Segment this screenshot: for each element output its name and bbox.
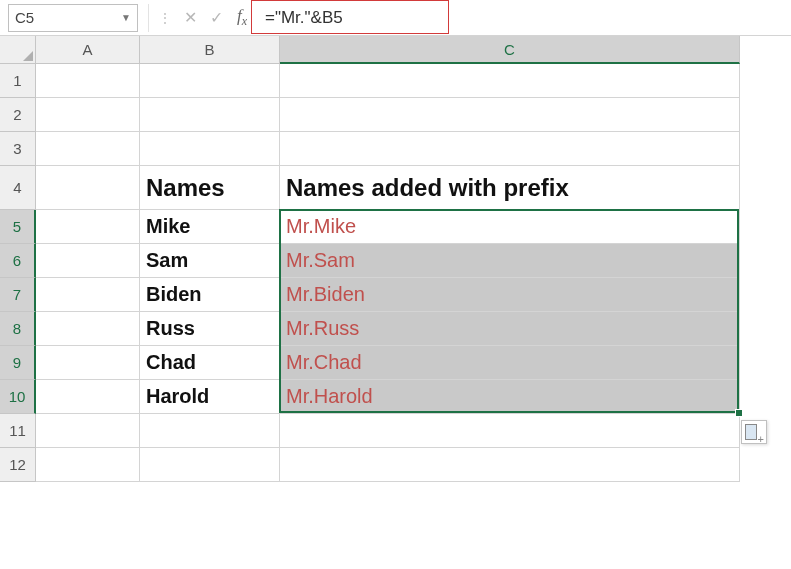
cell-B1[interactable] — [140, 64, 280, 98]
cell-A12[interactable] — [36, 448, 140, 482]
row-header-2[interactable]: 2 — [0, 98, 36, 132]
formula-input[interactable]: ="Mr."&B5 — [255, 4, 791, 32]
select-all-corner[interactable] — [0, 36, 36, 64]
cell-C2[interactable] — [280, 98, 740, 132]
cell-B2[interactable] — [140, 98, 280, 132]
cell-A4[interactable] — [36, 166, 140, 210]
close-icon: ✕ — [184, 8, 197, 27]
chevron-down-icon: ▼ — [121, 12, 131, 23]
spreadsheet-grid: ABC 1234NamesNames added with prefix5Mik… — [0, 36, 791, 482]
row-header-9[interactable]: 9 — [0, 346, 36, 380]
row-header-1[interactable]: 1 — [0, 64, 36, 98]
prefix-cell-9[interactable]: Mr.Chad — [280, 346, 740, 380]
cell-A9[interactable] — [36, 346, 140, 380]
cell-B11[interactable] — [140, 414, 280, 448]
cell-A2[interactable] — [36, 98, 140, 132]
row-header-5[interactable]: 5 — [0, 210, 36, 244]
cell-C1[interactable] — [280, 64, 740, 98]
cancel-button[interactable]: ✕ — [177, 5, 203, 31]
column-header-B[interactable]: B — [140, 36, 280, 64]
check-icon: ✓ — [210, 8, 223, 27]
name-box[interactable]: C5 ▼ — [8, 4, 138, 32]
prefix-cell-8[interactable]: Mr.Russ — [280, 312, 740, 346]
row-header-8[interactable]: 8 — [0, 312, 36, 346]
name-box-value: C5 — [15, 9, 34, 26]
column-header-C[interactable]: C — [280, 36, 740, 64]
column-header-A[interactable]: A — [36, 36, 140, 64]
name-cell-5[interactable]: Mike — [140, 210, 280, 244]
row-header-12[interactable]: 12 — [0, 448, 36, 482]
cell-B3[interactable] — [140, 132, 280, 166]
cell-A1[interactable] — [36, 64, 140, 98]
prefix-cell-7[interactable]: Mr.Biden — [280, 278, 740, 312]
cell-C11[interactable] — [280, 414, 740, 448]
row-header-6[interactable]: 6 — [0, 244, 36, 278]
prefix-cell-6[interactable]: Mr.Sam — [280, 244, 740, 278]
row-header-4[interactable]: 4 — [0, 166, 36, 210]
column-headers: ABC — [36, 36, 740, 64]
name-cell-8[interactable]: Russ — [140, 312, 280, 346]
fx-icon: fx — [237, 6, 247, 29]
fill-handle[interactable] — [735, 409, 743, 417]
cell-C12[interactable] — [280, 448, 740, 482]
row-header-3[interactable]: 3 — [0, 132, 36, 166]
separator — [148, 4, 149, 32]
row-header-11[interactable]: 11 — [0, 414, 36, 448]
row-header-7[interactable]: 7 — [0, 278, 36, 312]
formula-bar: C5 ▼ ⋮ ✕ ✓ fx ="Mr."&B5 — [0, 0, 791, 36]
dots-icon: ⋮ — [159, 11, 171, 25]
name-cell-9[interactable]: Chad — [140, 346, 280, 380]
cell-A5[interactable] — [36, 210, 140, 244]
formula-text: ="Mr."&B5 — [265, 8, 343, 28]
cell-A8[interactable] — [36, 312, 140, 346]
name-cell-6[interactable]: Sam — [140, 244, 280, 278]
row-header-10[interactable]: 10 — [0, 380, 36, 414]
prefix-cell-5[interactable]: Mr.Mike — [280, 210, 740, 244]
cell-A11[interactable] — [36, 414, 140, 448]
paste-options-button[interactable] — [741, 420, 767, 444]
cell-A10[interactable] — [36, 380, 140, 414]
cell-A6[interactable] — [36, 244, 140, 278]
cell-A3[interactable] — [36, 132, 140, 166]
header-prefixed[interactable]: Names added with prefix — [280, 166, 740, 210]
name-cell-7[interactable]: Biden — [140, 278, 280, 312]
cell-A7[interactable] — [36, 278, 140, 312]
header-names[interactable]: Names — [140, 166, 280, 210]
cell-B12[interactable] — [140, 448, 280, 482]
cell-C3[interactable] — [280, 132, 740, 166]
enter-button[interactable]: ✓ — [203, 5, 229, 31]
name-cell-10[interactable]: Harold — [140, 380, 280, 414]
prefix-cell-10[interactable]: Mr.Harold — [280, 380, 740, 414]
insert-function-button[interactable]: fx — [229, 5, 255, 31]
